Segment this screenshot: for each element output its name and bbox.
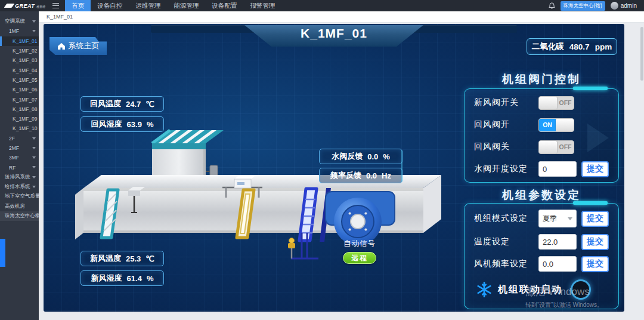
fan-freq-submit-button[interactable]: 提交 — [581, 256, 609, 272]
tab-k-1mf-01[interactable]: K_1MF_01 — [47, 14, 73, 20]
sidebar-item-hvac-system[interactable]: 空调系统 — [0, 17, 39, 26]
return-valve-close-toggle[interactable]: OFF — [538, 140, 574, 154]
temp-set-input[interactable] — [538, 234, 577, 250]
sidebar-fold-icon[interactable] — [52, 3, 59, 8]
sidebar-drag-handle[interactable] — [0, 239, 5, 267]
sidebar-item-water-system[interactable]: 给排水系统 — [0, 182, 39, 192]
mode-set-row: 机组模式设定 夏季 提交 — [474, 209, 618, 228]
tab-bar: K_1MF_01 — [39, 11, 644, 23]
sidebar-item-2f[interactable]: 2F — [0, 134, 39, 143]
co2-value: 480.7 — [569, 42, 590, 51]
brand-subtitle: 格里特 — [36, 5, 45, 8]
brand-name: GREAT — [15, 3, 35, 9]
remote-mode-badge: 远程 — [343, 252, 376, 264]
fan-freq-set-row: 风机频率设定 提交 — [474, 256, 618, 272]
chevron-down-icon — [32, 137, 36, 140]
return-humidity-reading: 回风湿度63.9% — [80, 116, 164, 132]
fresh-humidity-reading: 新风湿度61.4% — [80, 270, 164, 286]
fan-signal: 自动信号 远程 — [340, 239, 379, 264]
sidebar-item-k-1mf-10[interactable]: K_1MF_10 — [0, 124, 39, 133]
return-temp-reading: 回风温度24.7℃ — [80, 96, 164, 112]
navbar-right: 珠海太空中心(馆) admin — [549, 1, 644, 11]
sidebar-item-k-1mf-02[interactable]: K_1MF_02 — [0, 46, 39, 56]
sidebar-item-k-1mf-06[interactable]: K_1MF_06 — [0, 85, 39, 94]
water-valve-submit-button[interactable]: 提交 — [581, 161, 609, 177]
chevron-down-icon — [32, 166, 36, 168]
sidebar-item-overview[interactable]: 珠海太空中心概览 — [0, 211, 39, 221]
sidebar-item-k-1mf-03[interactable]: K_1MF_03 — [0, 56, 39, 65]
chevron-down-icon — [32, 147, 36, 149]
scada-main-panel: K_1MF_01 系统主页 二氧化碳 480.7 ppm 回风温度24.7℃ 回… — [44, 24, 624, 312]
return-valve-open-toggle[interactable]: ON — [538, 118, 574, 132]
menu-item-ops[interactable]: 运维管理 — [129, 0, 167, 11]
sidebar-item-1mf[interactable]: 1MF — [0, 26, 39, 36]
project-badge[interactable]: 珠海太空中心(馆) — [561, 1, 605, 11]
water-valve-set-row: 水阀开度设定 提交 — [474, 161, 618, 177]
snowflake-icon — [476, 282, 492, 297]
toggle-knob — [539, 141, 557, 153]
menu-item-alarm[interactable]: 报警管理 — [243, 0, 281, 11]
sidebar-item-k-1mf-04[interactable]: K_1MF_04 — [0, 65, 39, 75]
chevron-down-icon — [32, 156, 36, 159]
username: admin — [621, 2, 637, 9]
menu-item-device-control[interactable]: 设备自控 — [91, 0, 129, 11]
page-title: K_1MF_01 — [301, 26, 367, 41]
brand-logo: GREAT 格里特 — [0, 3, 49, 9]
linkage-start-label: 机组联动启动 — [498, 284, 562, 296]
decor-line — [401, 150, 402, 181]
mode-select[interactable]: 夏季 — [538, 210, 577, 227]
freq-feedback-reading: 频率反馈0.0Hz — [319, 168, 402, 183]
sidebar-item-2mf[interactable]: 2MF — [0, 143, 39, 153]
sidebar-item-plant-room[interactable]: 高效机房 — [0, 202, 39, 211]
temp-submit-button[interactable]: 提交 — [581, 234, 609, 250]
sidebar-item-rf[interactable]: RF — [0, 162, 39, 172]
mode-submit-button[interactable]: 提交 — [581, 211, 609, 227]
sidebar-item-k-1mf-01[interactable]: K_1MF_01 — [0, 36, 39, 46]
chevron-down-icon — [32, 176, 36, 179]
co2-reading: 二氧化碳 480.7 ppm — [527, 38, 617, 55]
sidebar-item-k-1mf-09[interactable]: K_1MF_09 — [0, 114, 39, 124]
sidebar-tree: 空调系统 1MF K_1MF_01 K_1MF_02 K_1MF_03 K_1M… — [0, 11, 39, 320]
menu-item-home[interactable]: 首页 — [65, 0, 91, 11]
fresh-temp-reading: 新风温度25.3℃ — [80, 251, 164, 266]
fan-freq-input[interactable] — [538, 256, 577, 272]
param-setting-panel: 机组模式设定 夏季 提交 温度设定 提交 风机频率设定 提交 — [464, 203, 619, 309]
linkage-start-button[interactable] — [571, 279, 591, 300]
home-icon — [57, 42, 66, 50]
supply-fan — [326, 192, 395, 245]
valve-panel-title: 机组阀门控制 — [464, 72, 619, 87]
co2-label: 二氧化碳 — [532, 41, 564, 52]
panel-notch — [573, 87, 608, 90]
chevron-down-icon — [568, 217, 572, 220]
top-navbar: GREAT 格里特 首页 设备自控 运维管理 能源管理 设备配置 报警管理 珠海… — [0, 0, 644, 11]
linkage-start-row: 机组联动启动 — [476, 279, 618, 300]
sidebar-item-k-1mf-05[interactable]: K_1MF_05 — [0, 75, 39, 85]
menu-item-energy[interactable]: 能源管理 — [167, 0, 205, 11]
chevron-down-icon — [32, 20, 36, 23]
panel-notch — [573, 201, 608, 205]
sidebar-item-k-1mf-08[interactable]: K_1MF_08 — [0, 104, 39, 114]
sidebar-item-k-1mf-07[interactable]: K_1MF_07 — [0, 94, 39, 104]
user-menu[interactable]: admin — [611, 2, 637, 10]
chevron-down-icon — [32, 30, 36, 32]
chevron-down-icon — [32, 186, 36, 188]
menu-item-device-config[interactable]: 设备配置 — [205, 0, 243, 11]
sidebar-item-3mf[interactable]: 3MF — [0, 153, 39, 162]
water-valve-input[interactable] — [538, 161, 577, 177]
co2-unit: ppm — [595, 42, 612, 51]
toggle-knob — [539, 97, 557, 109]
fresh-air-valve-toggle[interactable]: OFF — [538, 96, 574, 110]
fresh-air-valve-row: 新风阀开关 OFF — [474, 94, 618, 111]
sidebar-item-basement-air[interactable]: 地下室空气质量 — [0, 192, 39, 201]
brand-logo-icon — [4, 4, 15, 8]
system-home-button[interactable]: 系统主页 — [49, 37, 107, 55]
triangle-decor-icon — [587, 124, 609, 152]
valve-feedback-reading: 水阀反馈0.0% — [319, 149, 402, 164]
main-menu: 首页 设备自控 运维管理 能源管理 设备配置 报警管理 — [65, 0, 281, 11]
valve-control-panel: 新风阀开关 OFF 回风阀开 ON 回风阀关 OFF 水阀开度设定 提交 — [464, 88, 619, 183]
vertical-scrollbar[interactable] — [640, 27, 643, 81]
notification-bell-icon[interactable] — [549, 2, 555, 10]
fan-signal-label: 自动信号 — [340, 239, 379, 249]
sidebar-item-exhaust-system[interactable]: 送排风系统 — [0, 173, 39, 182]
toggle-knob — [556, 119, 574, 131]
